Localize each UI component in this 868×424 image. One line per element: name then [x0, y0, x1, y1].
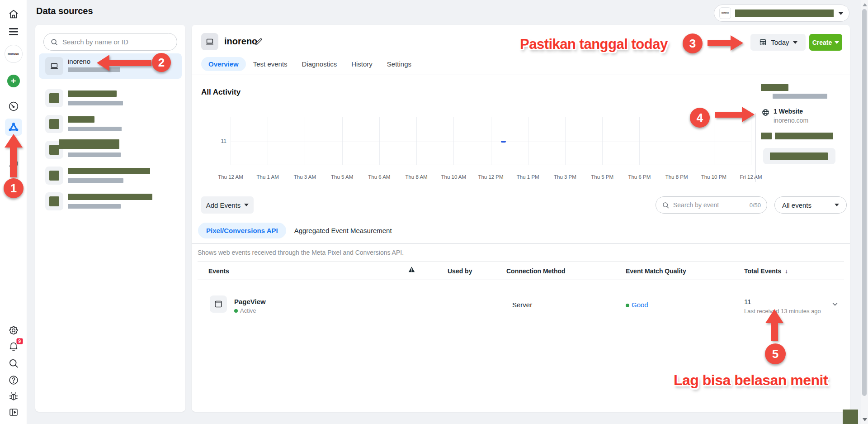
business-logo[interactable]: INORENO — [5, 45, 22, 62]
scroll-down-arrow[interactable] — [863, 418, 867, 421]
gridline — [677, 117, 677, 165]
tab-settings[interactable]: Settings — [380, 57, 419, 71]
tab-diagnostics[interactable]: Diagnostics — [295, 57, 344, 71]
add-events-label: Add Events — [206, 201, 241, 209]
panel-subtext-redacted — [773, 94, 827, 99]
list-item[interactable] — [39, 163, 182, 188]
character-counter: 0/50 — [750, 202, 761, 209]
chevron-down-icon — [838, 12, 844, 15]
events-manager-icon[interactable] — [5, 119, 22, 136]
home-icon[interactable] — [8, 9, 19, 20]
tab-test-events[interactable]: Test events — [246, 57, 295, 71]
gridline — [565, 117, 566, 165]
website-count: 1 Website — [774, 108, 808, 115]
notification-badge: 9 — [16, 338, 23, 344]
list-item[interactable] — [39, 137, 182, 162]
account-switcher[interactable]: INORENO — [714, 5, 849, 22]
tab-overview[interactable]: Overview — [201, 57, 246, 71]
gauge-icon[interactable] — [8, 100, 19, 112]
x-axis-label: Thu 5 AM — [331, 174, 353, 180]
data-sources-list: Search by name or ID inoreno — [35, 25, 185, 412]
warning-icon — [408, 266, 415, 275]
event-filter-dropdown[interactable]: All events — [774, 196, 847, 214]
event-name: PageView — [234, 298, 266, 305]
asset-icon-redacted — [761, 133, 772, 139]
date-range-label: Today — [771, 38, 789, 46]
data-source-detail: inoreno Today Create Overview Test event… — [192, 25, 850, 412]
column-event-match-quality[interactable]: Event Match Quality — [626, 267, 686, 275]
connection-method-value: Server — [512, 301, 532, 309]
gridline — [602, 117, 603, 165]
annotation-step-2: 2 — [152, 53, 171, 72]
x-axis-labels: Thu 12 AMThu 1 AMThu 3 AMThu 5 AMThu 6 A… — [231, 174, 751, 181]
create-plus-icon[interactable]: + — [7, 75, 20, 87]
event-filter-label: All events — [782, 201, 811, 209]
account-logo: INORENO — [720, 8, 731, 19]
tab-history[interactable]: History — [344, 57, 380, 71]
subtab-aggregated-event-measurement[interactable]: Aggregated Event Measurement — [286, 223, 400, 238]
create-button[interactable]: Create — [809, 34, 842, 51]
notifications-bell-icon[interactable]: 9 — [8, 341, 19, 353]
globe-icon — [761, 108, 770, 117]
gridline — [453, 117, 454, 165]
column-total-events[interactable]: Total Events ↓ — [744, 267, 788, 275]
annotation-step-4: 4 — [690, 108, 710, 128]
chart-data-point[interactable] — [501, 141, 506, 143]
divider — [198, 262, 844, 262]
scroll-up-arrow[interactable] — [863, 3, 867, 6]
settings-gear-icon[interactable] — [8, 325, 19, 336]
scrollbar-thumb[interactable] — [862, 9, 867, 396]
divider — [198, 280, 844, 280]
search-icon[interactable] — [8, 358, 19, 369]
search-input[interactable]: Search by name or ID — [43, 33, 177, 51]
list-item[interactable] — [39, 111, 182, 137]
search-placeholder: Search by name or ID — [62, 38, 128, 46]
x-axis-label: Thu 12 PM — [478, 174, 503, 180]
add-events-button[interactable]: Add Events — [201, 196, 254, 214]
subtab-pixel-conversions-api[interactable]: Pixel/Conversions API — [198, 223, 286, 238]
x-axis-line — [231, 165, 751, 165]
laptop-icon — [201, 33, 218, 50]
annotation-note-bottom: Lag bisa belasan menit — [674, 372, 828, 389]
divider — [755, 113, 756, 182]
event-match-quality-value[interactable]: Good — [626, 301, 648, 309]
event-search-placeholder: Search by event — [673, 201, 746, 209]
column-connection-method[interactable]: Connection Method — [506, 267, 566, 275]
website-summary: 1 Website inoreno.com — [761, 108, 808, 124]
collapse-panel-icon[interactable] — [8, 407, 19, 418]
x-axis-label: Thu 10 AM — [441, 174, 466, 180]
event-search-input[interactable]: Search by event 0/50 — [656, 196, 767, 214]
date-range-button[interactable]: Today — [750, 34, 806, 51]
edit-pencil-icon[interactable] — [254, 37, 263, 48]
gridline — [751, 117, 751, 165]
bug-report-icon[interactable] — [8, 391, 19, 402]
asset-name-redacted — [775, 133, 833, 139]
expand-row-chevron-icon[interactable] — [831, 300, 839, 310]
gridline — [528, 117, 528, 165]
page-scrollbar[interactable] — [861, 0, 868, 424]
list-item[interactable] — [39, 86, 182, 111]
chevron-down-icon — [835, 41, 839, 44]
total-events-value: 11 — [744, 298, 751, 305]
gridline — [416, 117, 417, 165]
chat-widget-redacted[interactable] — [843, 410, 858, 424]
annotation-step-5: 5 — [765, 343, 786, 364]
menu-icon[interactable] — [8, 26, 19, 38]
create-label: Create — [812, 39, 832, 46]
website-domain: inoreno.com — [774, 117, 808, 124]
column-used-by[interactable]: Used by — [448, 267, 472, 275]
help-icon[interactable] — [8, 375, 19, 386]
chevron-down-icon — [835, 204, 839, 206]
panel-button-redacted[interactable] — [763, 148, 835, 164]
gridline — [268, 117, 268, 165]
gridline — [714, 117, 714, 165]
x-axis-label: Thu 5 PM — [591, 174, 613, 180]
x-axis-label: Thu 3 PM — [554, 174, 576, 180]
annotation-note-top: Pastikan tanggal today — [520, 36, 668, 52]
column-events[interactable]: Events — [208, 267, 229, 275]
detail-tabs: Overview Test events Diagnostics History… — [201, 57, 419, 71]
connection-subtabs: Pixel/Conversions API Aggregated Event M… — [198, 223, 400, 238]
divider — [192, 75, 850, 75]
x-axis-label: Thu 12 AM — [218, 174, 243, 180]
list-item[interactable] — [39, 189, 182, 214]
